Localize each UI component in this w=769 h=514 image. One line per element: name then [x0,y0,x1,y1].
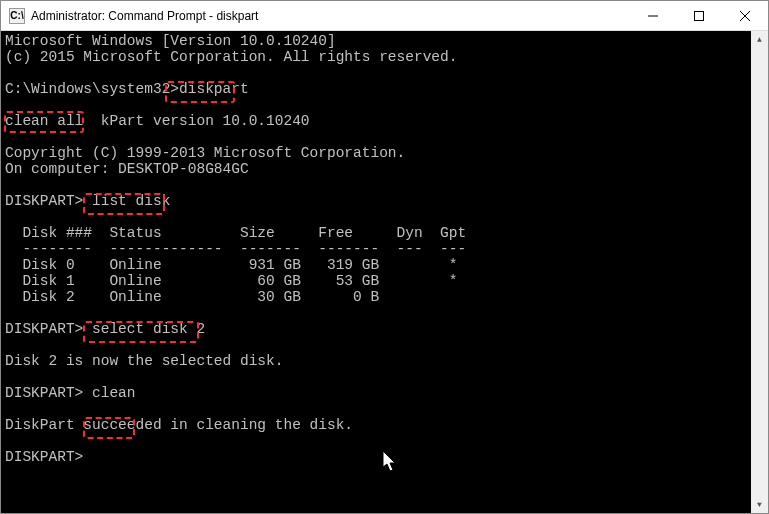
line-windows-version: Microsoft Windows [Version 10.0.10240] [5,33,336,49]
titlebar[interactable]: C:\ Administrator: Command Prompt - disk… [1,1,768,31]
maximize-button[interactable] [676,1,722,30]
prompt-system32: C:\Windows\system32> [5,81,179,97]
close-button[interactable] [722,1,768,30]
svg-rect-1 [695,11,704,20]
prompt-diskpart: DISKPART> [5,321,92,337]
line-diskpart-version-rest: kPart version 10.0.10240 [83,113,309,129]
terminal-output[interactable]: Microsoft Windows [Version 10.0.10240] (… [1,31,751,513]
window-controls [630,1,768,30]
table-row: Disk 2 Online 30 GB 0 B [5,289,379,305]
terminal-area: Microsoft Windows [Version 10.0.10240] (… [1,31,768,513]
table-row: Disk 1 Online 60 GB 53 GB * [5,273,457,289]
table-row: Disk 0 Online 931 GB 319 GB * [5,257,457,273]
cmd-clean: clean [92,385,136,401]
scroll-down-icon[interactable]: ▼ [751,496,768,513]
prompt-diskpart: DISKPART> [5,449,83,465]
line-copyright-diskpart: Copyright (C) 1999-2013 Microsoft Corpor… [5,145,405,161]
cmd-list-disk: list disk [92,193,170,209]
cmd-select-disk: select disk 2 [92,321,205,337]
prompt-diskpart: DISKPART> [5,385,92,401]
vertical-scrollbar[interactable]: ▲ ▼ [751,31,768,513]
line-computer: On computer: DESKTOP-08G84GC [5,161,249,177]
minimize-button[interactable] [630,1,676,30]
app-icon: C:\ [9,8,25,24]
line-success-msg: DiskPart succeeded in cleaning the disk. [5,417,353,433]
command-prompt-window: C:\ Administrator: Command Prompt - disk… [0,0,769,514]
scroll-up-icon[interactable]: ▲ [751,31,768,48]
window-title: Administrator: Command Prompt - diskpart [31,9,630,23]
line-selected-msg: Disk 2 is now the selected disk. [5,353,283,369]
table-header: Disk ### Status Size Free Dyn Gpt [5,225,466,241]
line-copyright-ms: (c) 2015 Microsoft Corporation. All righ… [5,49,457,65]
cmd-diskpart: diskpart [179,81,249,97]
prompt-diskpart: DISKPART> [5,193,92,209]
table-separator: -------- ------------- ------- ------- -… [5,241,466,257]
annotation-clean-all: clean all [5,113,83,129]
